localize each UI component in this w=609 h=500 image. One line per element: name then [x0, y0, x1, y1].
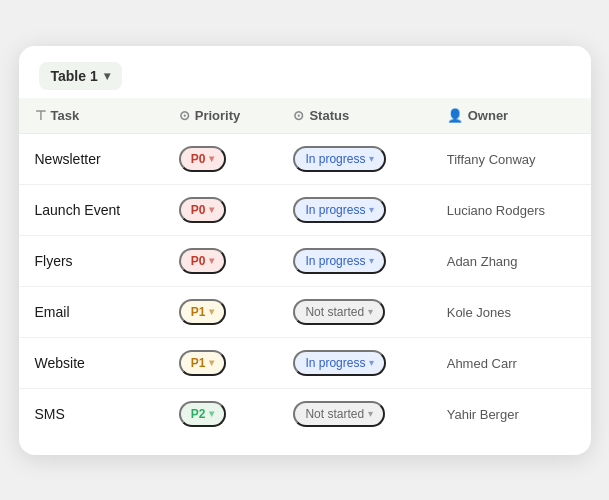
- priority-chevron-icon: ▾: [209, 357, 214, 368]
- col-label-task: Task: [51, 108, 80, 123]
- priority-badge[interactable]: P0▾: [179, 197, 227, 223]
- col-label-priority: Priority: [195, 108, 241, 123]
- status-label: In progress: [305, 203, 365, 217]
- task-cell: SMS: [19, 388, 163, 439]
- owner-name: Adan Zhang: [447, 254, 518, 269]
- table-row: FlyersP0▾In progress▾Adan Zhang: [19, 235, 591, 286]
- priority-label: P1: [191, 356, 206, 370]
- owner-cell: Tiffany Conway: [431, 133, 591, 184]
- table-header: ⊤ Task ⊙ Priority ⊙ Status: [19, 98, 591, 134]
- priority-cell: P0▾: [163, 133, 278, 184]
- header-row: ⊤ Task ⊙ Priority ⊙ Status: [19, 98, 591, 134]
- status-cell: Not started▾: [277, 388, 430, 439]
- status-label: In progress: [305, 152, 365, 166]
- status-label: Not started: [305, 305, 364, 319]
- table-row: NewsletterP0▾In progress▾Tiffany Conway: [19, 133, 591, 184]
- priority-chevron-icon: ▾: [209, 204, 214, 215]
- col-header-owner: 👤 Owner: [431, 98, 591, 134]
- status-chevron-icon: ▾: [369, 255, 374, 266]
- owner-name: Kole Jones: [447, 305, 511, 320]
- status-cell: Not started▾: [277, 286, 430, 337]
- priority-chevron-icon: ▾: [209, 255, 214, 266]
- owner-name: Tiffany Conway: [447, 152, 536, 167]
- table-row: EmailP1▾Not started▾Kole Jones: [19, 286, 591, 337]
- status-cell: In progress▾: [277, 184, 430, 235]
- priority-chevron-icon: ▾: [209, 306, 214, 317]
- priority-cell: P0▾: [163, 184, 278, 235]
- table-row: Launch EventP0▾In progress▾Luciano Rodge…: [19, 184, 591, 235]
- status-cell: In progress▾: [277, 337, 430, 388]
- owner-name: Luciano Rodgers: [447, 203, 545, 218]
- task-name: Newsletter: [35, 151, 101, 167]
- owner-name: Yahir Berger: [447, 407, 519, 422]
- task-name: Website: [35, 355, 85, 371]
- priority-col-icon: ⊙: [179, 108, 190, 123]
- status-badge[interactable]: In progress▾: [293, 146, 386, 172]
- status-badge[interactable]: In progress▾: [293, 197, 386, 223]
- status-col-icon: ⊙: [293, 108, 304, 123]
- priority-chevron-icon: ▾: [209, 153, 214, 164]
- priority-cell: P1▾: [163, 337, 278, 388]
- status-chevron-icon: ▾: [369, 153, 374, 164]
- task-col-icon: ⊤: [35, 108, 46, 123]
- task-cell: Email: [19, 286, 163, 337]
- owner-cell: Ahmed Carr: [431, 337, 591, 388]
- priority-cell: P2▾: [163, 388, 278, 439]
- priority-cell: P0▾: [163, 235, 278, 286]
- table-card: Table 1 ▾ ⊤ Task ⊙ Priority: [19, 46, 591, 455]
- priority-label: P2: [191, 407, 206, 421]
- status-badge[interactable]: Not started▾: [293, 299, 385, 325]
- table-body: NewsletterP0▾In progress▾Tiffany ConwayL…: [19, 133, 591, 439]
- task-name: Flyers: [35, 253, 73, 269]
- col-label-owner: Owner: [468, 108, 508, 123]
- chevron-down-icon: ▾: [104, 69, 110, 83]
- owner-cell: Luciano Rodgers: [431, 184, 591, 235]
- priority-label: P1: [191, 305, 206, 319]
- owner-name: Ahmed Carr: [447, 356, 517, 371]
- status-badge[interactable]: In progress▾: [293, 248, 386, 274]
- status-chevron-icon: ▾: [369, 204, 374, 215]
- owner-col-icon: 👤: [447, 108, 463, 123]
- priority-label: P0: [191, 254, 206, 268]
- status-chevron-icon: ▾: [368, 408, 373, 419]
- priority-badge[interactable]: P1▾: [179, 350, 227, 376]
- owner-cell: Yahir Berger: [431, 388, 591, 439]
- col-header-priority: ⊙ Priority: [163, 98, 278, 134]
- status-label: In progress: [305, 254, 365, 268]
- table-title-button[interactable]: Table 1 ▾: [39, 62, 122, 90]
- table-title-label: Table 1: [51, 68, 98, 84]
- status-chevron-icon: ▾: [369, 357, 374, 368]
- priority-badge[interactable]: P1▾: [179, 299, 227, 325]
- status-badge[interactable]: In progress▾: [293, 350, 386, 376]
- priority-cell: P1▾: [163, 286, 278, 337]
- status-badge[interactable]: Not started▾: [293, 401, 385, 427]
- task-cell: Launch Event: [19, 184, 163, 235]
- status-cell: In progress▾: [277, 235, 430, 286]
- task-cell: Flyers: [19, 235, 163, 286]
- priority-badge[interactable]: P0▾: [179, 248, 227, 274]
- col-header-task: ⊤ Task: [19, 98, 163, 134]
- owner-cell: Adan Zhang: [431, 235, 591, 286]
- priority-label: P0: [191, 152, 206, 166]
- status-label: In progress: [305, 356, 365, 370]
- priority-badge[interactable]: P0▾: [179, 146, 227, 172]
- owner-cell: Kole Jones: [431, 286, 591, 337]
- priority-chevron-icon: ▾: [209, 408, 214, 419]
- priority-label: P0: [191, 203, 206, 217]
- data-table: ⊤ Task ⊙ Priority ⊙ Status: [19, 98, 591, 439]
- status-cell: In progress▾: [277, 133, 430, 184]
- card-header: Table 1 ▾: [19, 46, 591, 98]
- task-name: Launch Event: [35, 202, 121, 218]
- task-name: SMS: [35, 406, 65, 422]
- priority-badge[interactable]: P2▾: [179, 401, 227, 427]
- status-chevron-icon: ▾: [368, 306, 373, 317]
- task-name: Email: [35, 304, 70, 320]
- task-cell: Newsletter: [19, 133, 163, 184]
- table-row: WebsiteP1▾In progress▾Ahmed Carr: [19, 337, 591, 388]
- col-label-status: Status: [309, 108, 349, 123]
- status-label: Not started: [305, 407, 364, 421]
- col-header-status: ⊙ Status: [277, 98, 430, 134]
- task-cell: Website: [19, 337, 163, 388]
- table-row: SMSP2▾Not started▾Yahir Berger: [19, 388, 591, 439]
